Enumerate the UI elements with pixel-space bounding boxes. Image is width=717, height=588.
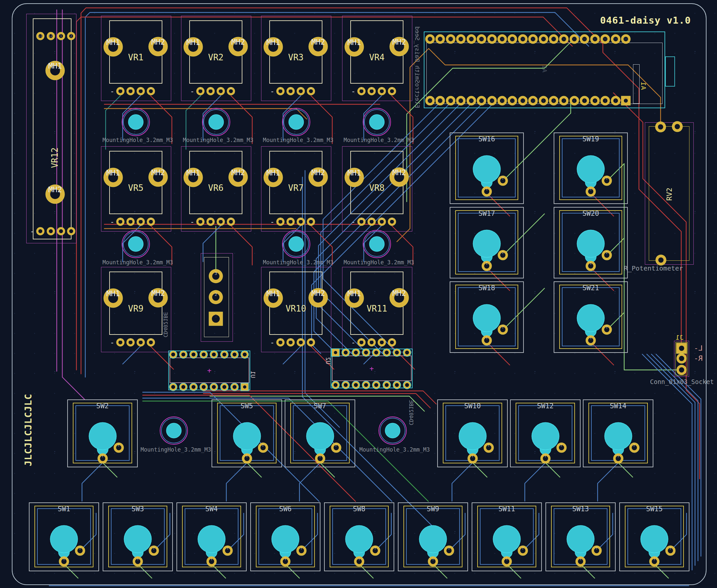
pad-number: 1 (486, 188, 487, 191)
footprint-vr3[interactable]: MH1MH2VR31234- (261, 16, 331, 101)
footprint-sw19[interactable]: 12SW19 (554, 132, 628, 204)
mounting-hole[interactable] (202, 108, 230, 136)
footprint-vr4[interactable]: MH1MH2VR41234- (342, 16, 412, 101)
footprint-sw13[interactable]: 12SW13 (546, 502, 616, 571)
pad[interactable] (403, 349, 410, 356)
pad[interactable] (231, 351, 238, 358)
pad[interactable] (170, 351, 177, 358)
pad-2[interactable] (677, 354, 686, 363)
pad-mh2-label: MH2 (392, 38, 406, 46)
pad[interactable] (332, 349, 339, 356)
pad-4[interactable] (67, 228, 75, 235)
pad[interactable] (403, 381, 410, 388)
pad[interactable] (383, 349, 390, 356)
mounting-hole[interactable] (122, 108, 150, 136)
mounting-hole[interactable] (363, 230, 391, 258)
footprint-sw12[interactable]: 12SW12 (510, 399, 581, 467)
footprint-vr12[interactable]: L1L212MH1MH2- (26, 14, 77, 243)
footprint-sw21[interactable]: 12SW21 (554, 281, 628, 353)
pad-number: 36 (583, 37, 587, 41)
pad-1[interactable] (677, 343, 687, 353)
pad[interactable] (383, 381, 390, 388)
pad-number: 14 (490, 99, 493, 103)
footprint-sw10[interactable]: 12SW10 (437, 399, 508, 467)
footprint-sw18[interactable]: 12SW18 (450, 281, 524, 353)
footprint-sw8[interactable]: 12SW8 (324, 502, 394, 571)
footprint-sw20[interactable]: 12SW20 (554, 207, 628, 278)
pad-number: 2 (488, 444, 489, 447)
switch-ref-label: SW4 (205, 505, 218, 513)
footprint-vr10[interactable]: MH1MH2VR101234- (261, 267, 331, 352)
pad[interactable] (221, 351, 228, 358)
pad[interactable] (180, 351, 187, 358)
pin1-indicator (633, 64, 639, 104)
footprint-sw6[interactable]: 12SW6 (250, 502, 320, 571)
pad-2[interactable] (47, 228, 55, 235)
pad[interactable] (342, 349, 349, 356)
pad-number: 4 (594, 99, 596, 103)
footprint-u1[interactable]: + (168, 351, 250, 390)
footprint-sw16[interactable]: 12SW16 (450, 132, 524, 204)
footprint-sw14[interactable]: 12SW14 (583, 399, 653, 467)
pad-2[interactable] (672, 122, 682, 131)
mounting-hole[interactable] (379, 417, 407, 445)
pad-number: 33 (552, 37, 556, 41)
pad-number: 27 (490, 37, 493, 41)
mounting-hole[interactable] (282, 230, 310, 258)
pad[interactable] (393, 349, 400, 356)
pad-number: 3 (300, 217, 301, 221)
switch-ref-label: SW5 (241, 402, 253, 410)
footprint-u2[interactable]: + (331, 349, 413, 388)
minus-mark: - (110, 218, 114, 226)
footprint-sw7[interactable]: 12SW7 (285, 399, 355, 467)
footprint-sw5[interactable]: 12SW5 (212, 399, 282, 467)
footprint-sw4[interactable]: 12SW4 (176, 502, 247, 571)
footprint-vr2[interactable]: MH1MH2VR21234- (181, 16, 251, 101)
footprint-j1[interactable] (674, 341, 689, 377)
pad-number: 2 (214, 292, 217, 297)
pad-number: 1 (545, 455, 546, 458)
pad[interactable] (393, 381, 400, 388)
footprint-sw3[interactable]: 12SW3 (103, 502, 173, 571)
mounting-hole[interactable] (160, 417, 188, 445)
footprint-aux-connector[interactable]: 321 (201, 253, 233, 342)
pad[interactable] (241, 383, 248, 391)
pad[interactable] (231, 383, 238, 391)
footprint-sw1[interactable]: 12SW1 (29, 502, 99, 571)
pad-1[interactable] (37, 228, 44, 235)
pad-number: 1 (120, 338, 121, 341)
mounting-hole[interactable] (363, 108, 391, 136)
pad[interactable] (170, 383, 177, 391)
pad[interactable] (342, 381, 349, 388)
footprint-vr5[interactable]: MH1MH2VR51234- (101, 146, 171, 232)
pad[interactable] (221, 383, 228, 391)
footprint-vr1[interactable]: MH1MH2VR11234- (101, 16, 171, 101)
switch-hole (532, 423, 559, 449)
pad-number: 12 (510, 99, 514, 103)
footprint-vr8[interactable]: MH1MH2VR81234- (342, 146, 412, 232)
footprint-sw2[interactable]: 12SW2 (67, 399, 138, 467)
footprint-sw17[interactable]: 12SW17 (450, 207, 524, 278)
footprint-sw9[interactable]: 12SW9 (398, 502, 468, 571)
pad[interactable] (180, 383, 187, 391)
pad-mh2-label: MH2 (311, 38, 325, 46)
switch-ref-label: SW11 (499, 505, 515, 513)
pcb-canvas[interactable]: 0461-daisy v1.0 JLCJLCJLCJLC ElectroSmit… (0, 0, 717, 588)
footprint-sw15[interactable]: 12SW15 (619, 502, 690, 571)
pad-3[interactable] (656, 255, 666, 265)
pad-number: 3 (220, 217, 222, 221)
footprint-vr7[interactable]: MH1MH2VR71234- (261, 146, 331, 232)
mounting-hole[interactable] (282, 108, 310, 136)
pad-number: 3 (140, 217, 141, 221)
pad-number: 2 (615, 99, 617, 103)
mounting-hole[interactable] (122, 230, 150, 258)
pad-3[interactable] (677, 365, 686, 375)
footprint-vr11[interactable]: MH1MH2VR111234- (342, 267, 412, 352)
footprint-sw11[interactable]: 12SW11 (472, 502, 542, 571)
footprint-vr9[interactable]: MH1MH2VR91234- (101, 267, 171, 352)
pad[interactable] (332, 381, 339, 388)
footprint-vr6[interactable]: MH1MH2VR61234- (181, 146, 251, 232)
pad-1[interactable] (656, 122, 666, 132)
pad[interactable] (241, 351, 248, 358)
pad-3[interactable] (57, 228, 65, 235)
